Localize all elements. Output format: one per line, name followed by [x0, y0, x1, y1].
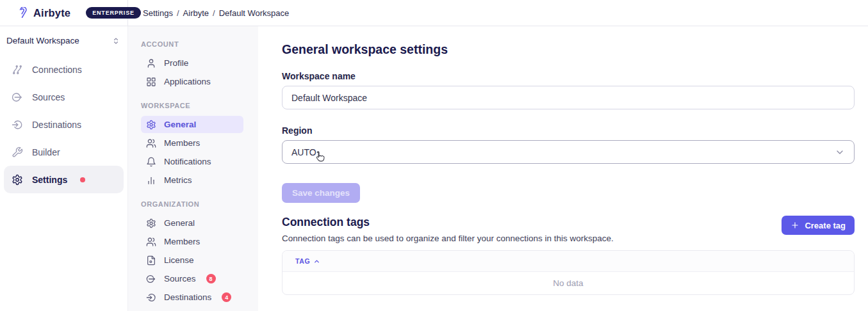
settings-nav-label: Metrics [164, 175, 192, 185]
sort-ascending-icon [313, 258, 320, 265]
connection-tags-header: Connection tags Connection tags can be u… [282, 216, 855, 243]
settings-nav-section-workspace: WORKSPACE General Members [141, 102, 245, 189]
sidebar-item-connections[interactable]: Connections [4, 56, 124, 83]
gear-icon [12, 174, 23, 186]
page-title: General workspace settings [282, 42, 855, 57]
sources-icon [146, 274, 156, 284]
connection-tags-description: Connection tags can be used to organize … [282, 234, 614, 243]
user-icon [146, 58, 156, 68]
sidebar-item-label: Destinations [32, 120, 81, 130]
breadcrumb-settings[interactable]: Settings [143, 8, 173, 18]
settings-nav-item-metrics[interactable]: Metrics [141, 171, 243, 189]
tags-table-header-row[interactable]: TAG [283, 251, 854, 272]
settings-nav-item-workspace-members[interactable]: Members [141, 134, 243, 152]
save-changes-button[interactable]: Save changes [282, 183, 360, 203]
settings-nav-section-organization: ORGANIZATION General Members [141, 200, 245, 306]
settings-nav-item-org-general[interactable]: General [141, 214, 243, 232]
sources-count-badge: 8 [206, 274, 216, 283]
connection-tags-title: Connection tags [282, 216, 614, 229]
connections-icon [12, 64, 23, 76]
settings-nav-item-org-destinations[interactable]: Destinations 4 [141, 289, 243, 306]
tags-empty-state: No data [283, 272, 854, 294]
destinations-icon [146, 292, 156, 303]
settings-nav-label: Sources [164, 274, 196, 283]
settings-nav: ACCOUNT Profile Applications WORKSPACE [128, 26, 258, 311]
brand-name: Airbyte [33, 7, 70, 19]
settings-nav-item-notifications[interactable]: Notifications [141, 153, 243, 170]
settings-nav-section-account: ACCOUNT Profile Applications [141, 40, 245, 90]
region-label: Region [282, 125, 855, 136]
section-title: ORGANIZATION [141, 200, 245, 208]
sidebar-item-label: Connections [32, 65, 82, 75]
sidebar-item-settings[interactable]: Settings [4, 166, 124, 193]
gear-icon [146, 120, 156, 130]
workspace-selector[interactable]: Default Workspace [0, 26, 127, 51]
create-tag-button[interactable]: Create tag [782, 216, 855, 235]
wrench-icon [12, 147, 23, 158]
notification-dot [80, 177, 85, 182]
sidebar-item-destinations[interactable]: Destinations [4, 111, 124, 138]
workspace-name-label: Workspace name [282, 71, 855, 81]
settings-nav-item-org-sources[interactable]: Sources 8 [141, 270, 243, 287]
breadcrumb-default-workspace: Default Workspace [219, 8, 290, 18]
region-select[interactable]: AUTO [282, 140, 855, 164]
destinations-icon [12, 119, 23, 131]
brand-area: Airbyte ENTERPRISE [0, 0, 128, 26]
tag-column-header: TAG [295, 257, 310, 265]
settings-nav-label: Applications [164, 77, 211, 86]
breadcrumb-separator: / [213, 8, 215, 18]
tags-table: TAG No data [282, 250, 855, 295]
bell-icon [146, 157, 156, 167]
file-gear-icon [146, 255, 156, 266]
breadcrumb-airbyte[interactable]: Airbyte [183, 8, 209, 18]
settings-nav-label: Members [164, 138, 200, 148]
users-icon [146, 138, 156, 148]
settings-nav-label: General [164, 218, 195, 228]
destinations-count-badge: 4 [222, 292, 231, 302]
top-bar: Airbyte ENTERPRISE Settings / Airbyte / … [0, 0, 868, 26]
settings-nav-label: Members [164, 237, 200, 246]
sidebar-item-label: Sources [32, 92, 65, 102]
sidebar-item-label: Settings [32, 175, 67, 185]
main-content: General workspace settings Workspace nam… [258, 26, 868, 311]
workspace-name-input[interactable] [282, 86, 855, 109]
settings-nav-item-profile[interactable]: Profile [141, 54, 243, 72]
connection-tags-titleblock: Connection tags Connection tags can be u… [282, 216, 614, 243]
settings-nav-label: Destinations [164, 292, 211, 302]
settings-nav-item-org-members[interactable]: Members [141, 233, 243, 250]
settings-nav-label: General [164, 120, 196, 129]
settings-nav-label: Profile [164, 58, 188, 68]
plus-icon [790, 221, 799, 230]
settings-nav-label: License [164, 255, 194, 265]
chevron-up-down-icon [112, 37, 120, 45]
sidebar-item-sources[interactable]: Sources [4, 83, 124, 111]
breadcrumb: Settings / Airbyte / Default Workspace [128, 8, 289, 18]
sidebar-item-builder[interactable]: Builder [4, 138, 124, 166]
region-selected-value: AUTO [291, 147, 316, 157]
sidebar-nav: Connections Sources Destinations [0, 56, 127, 193]
grid-icon [146, 77, 156, 87]
settings-nav-item-applications[interactable]: Applications [141, 73, 243, 90]
gear-icon [146, 218, 156, 228]
settings-nav-item-workspace-general[interactable]: General [141, 116, 243, 133]
workspace-selector-label: Default Workspace [6, 36, 79, 45]
settings-nav-item-license[interactable]: License [141, 251, 243, 269]
settings-nav-label: Notifications [164, 157, 211, 166]
breadcrumb-separator: / [177, 8, 179, 18]
airbyte-logo-icon [17, 7, 29, 19]
main-sidebar: Default Workspace Connections [0, 26, 128, 311]
chevron-down-icon [835, 147, 845, 157]
section-title: WORKSPACE [141, 102, 245, 109]
sidebar-item-label: Builder [32, 147, 60, 157]
create-tag-label: Create tag [805, 221, 846, 230]
sources-icon [12, 92, 23, 103]
bar-chart-icon [146, 175, 156, 186]
section-title: ACCOUNT [141, 40, 245, 48]
users-icon [146, 237, 156, 247]
